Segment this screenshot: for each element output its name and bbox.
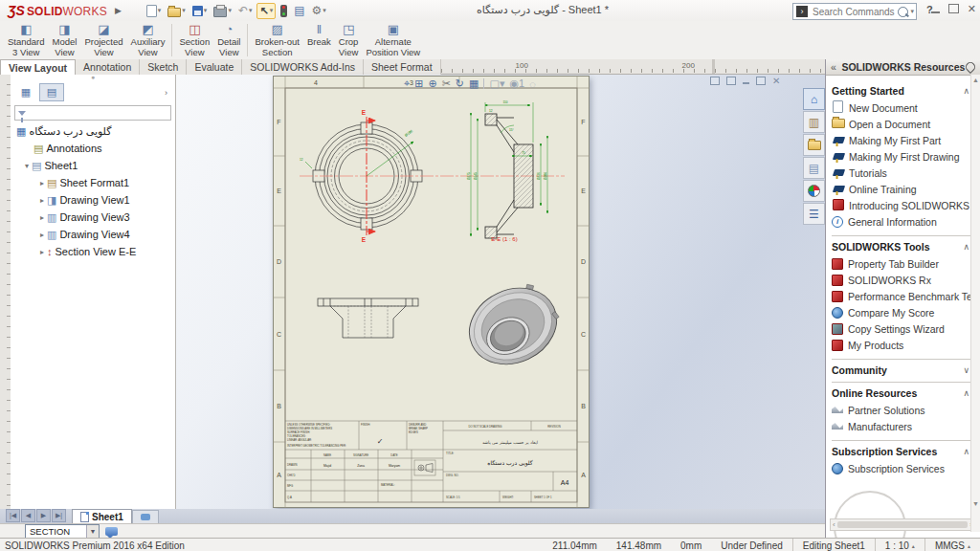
search-dropdown-icon[interactable]: ▾	[910, 8, 914, 15]
tree-filter-box[interactable]	[14, 105, 171, 121]
view-palette-tab[interactable]: ▤	[803, 157, 825, 179]
section-community[interactable]: Community∨	[832, 364, 975, 376]
select-tool-button[interactable]: ↖▾	[256, 3, 276, 19]
design-library-tab[interactable]: ▥	[803, 111, 825, 133]
tree-item-drawing-view3[interactable]: ▸ ▥ Drawing View3	[11, 209, 175, 226]
link-performance-benchmark-test[interactable]: Performance Benchmark Test	[832, 288, 979, 304]
annotation-filter-icon[interactable]: ◉1	[509, 77, 524, 90]
section-solidworks-tools[interactable]: SOLIDWORKS Tools∧	[832, 241, 975, 253]
last-sheet-button[interactable]: ▶|	[52, 509, 66, 522]
tab-sheet-format[interactable]: Sheet Format	[364, 59, 441, 75]
tab-annotation[interactable]: Annotation	[76, 59, 140, 75]
property-manager-tab[interactable]: ▦	[14, 84, 37, 100]
tree-item-drawing-view1[interactable]: ▸ ◨ Drawing View1	[11, 191, 175, 209]
panel-expand-arrow[interactable]: ›	[165, 88, 171, 98]
undo-button[interactable]: ↶▾	[236, 3, 255, 18]
pin-icon[interactable]	[964, 60, 977, 74]
tree-root-item[interactable]: ▦ گلویی درب دستگاه	[11, 122, 175, 140]
sheet1-tab[interactable]: Sheet1	[72, 509, 132, 523]
model-view-button[interactable]: ◨ModelView	[49, 21, 81, 59]
link-making-my-first-part[interactable]: Making My First Part	[832, 132, 979, 148]
tree-item-sheet-format1[interactable]: ▸ ▤ Sheet Format1	[11, 174, 175, 191]
section-view-button[interactable]: ◫SectionView	[175, 21, 213, 59]
close-button[interactable]: ✕	[968, 4, 976, 13]
next-sheet-button[interactable]: ▶	[36, 509, 51, 522]
link-open-a-document[interactable]: Open a Document	[832, 116, 979, 132]
units-dropdown-icon[interactable]: ▴	[968, 542, 970, 549]
child-restore-button[interactable]	[756, 77, 766, 85]
link-subscription-services[interactable]: Subscription Services	[832, 460, 979, 476]
link-solidworks-rx[interactable]: SOLIDWORKS Rx	[832, 272, 979, 288]
section-subscription-services[interactable]: Subscription Services∧	[832, 446, 975, 457]
section-combobox[interactable]: SECTION ▼	[25, 524, 100, 539]
scale-dropdown-icon[interactable]: ▴	[912, 542, 915, 549]
link-compare-my-score[interactable]: Compare My Score	[832, 304, 979, 320]
link-tutorials[interactable]: Tutorials	[832, 165, 979, 181]
minimize-button[interactable]	[931, 11, 940, 13]
file-explorer-tab[interactable]	[803, 134, 825, 156]
search-commands-box[interactable]: › ▾	[792, 3, 917, 20]
link-introducing-solidworks[interactable]: Introducing SOLIDWORKS	[832, 197, 979, 213]
unit-system[interactable]: MMGS▴	[925, 539, 980, 551]
rebuild-button[interactable]	[278, 4, 289, 18]
search-icon[interactable]	[898, 7, 908, 17]
scroll-thumb[interactable]	[837, 521, 969, 528]
section-online-resources[interactable]: Online Resources∧	[832, 387, 975, 399]
detail-view-button[interactable]: ◔DetailView	[213, 21, 244, 59]
link-new-document[interactable]: New Document	[832, 99, 979, 116]
view-settings-icon[interactable]: ▦	[469, 77, 479, 90]
custom-properties-tab[interactable]: ☰	[803, 203, 825, 225]
tree-item-section-view-e-e[interactable]: ▸ ↕ Section View E-E	[11, 243, 175, 260]
sheet-scale[interactable]: 1 : 10▴	[876, 539, 924, 551]
restore-button[interactable]	[948, 4, 959, 13]
child-minimize-button[interactable]	[743, 82, 749, 84]
horizontal-scrollbar[interactable]: ‹›	[830, 518, 975, 531]
tile-icon[interactable]	[726, 77, 736, 85]
tab-evaluate[interactable]: Evaluate	[187, 59, 242, 75]
cascade-icon[interactable]	[710, 77, 720, 85]
alternate-position-view-button[interactable]: ▣AlternatePosition View	[362, 21, 424, 59]
expand-arrow-icon[interactable]: ▸	[37, 179, 47, 187]
home-tab[interactable]: ⌂	[803, 88, 825, 110]
expand-arrow-icon[interactable]: ▸	[37, 231, 47, 239]
section-clip-icon[interactable]: ✂	[442, 77, 451, 90]
rotate-view-icon[interactable]: ↻	[456, 77, 464, 90]
vertical-scrollbar[interactable]: ▲▼	[970, 75, 980, 532]
link-my-products[interactable]: My Products	[832, 337, 979, 353]
zoom-in-out-icon[interactable]: ⊕	[428, 77, 436, 90]
menu-flyout-icon[interactable]: ▶	[115, 6, 122, 15]
first-sheet-button[interactable]: |◀	[6, 509, 20, 522]
expand-arrow-icon[interactable]: ▸	[37, 196, 47, 205]
projected-view-button[interactable]: ◪ProjectedView	[80, 21, 126, 59]
scroll-left-icon[interactable]: ‹	[833, 520, 835, 529]
appearances-tab[interactable]	[803, 180, 825, 202]
scroll-up-icon[interactable]: ▲	[972, 77, 979, 83]
zoom-to-fit-icon[interactable]: ⌖	[404, 77, 410, 90]
add-sheet-tab[interactable]	[132, 510, 159, 523]
auxiliary-view-button[interactable]: ◩AuxiliaryView	[127, 21, 169, 59]
section-getting-started[interactable]: Getting Started∧	[832, 85, 975, 97]
save-button[interactable]: ▾	[190, 5, 210, 17]
broken-out-section-button[interactable]: ▨Broken-outSection	[251, 21, 302, 59]
link-property-tab-builder[interactable]: Property Tab Builder	[832, 255, 979, 272]
tab-solidworks-add-ins[interactable]: SOLIDWORKS Add-Ins	[242, 59, 364, 75]
tree-item-annotations[interactable]: ▤ Annotations	[11, 140, 175, 157]
tree-item-sheet1[interactable]: ▾ ▤ Sheet1	[11, 157, 175, 174]
link-online-training[interactable]: Online Training	[832, 181, 979, 197]
tree-item-drawing-view4[interactable]: ▸ ▥ Drawing View4	[11, 226, 175, 243]
search-input[interactable]	[811, 6, 898, 18]
child-close-button[interactable]: ✕	[772, 77, 780, 85]
tab-sketch[interactable]: Sketch	[140, 59, 187, 75]
expand-arrow-icon[interactable]: ▸	[37, 213, 47, 222]
options-button[interactable]: ⚙▾	[310, 4, 328, 17]
print-button[interactable]: ▾	[212, 3, 234, 18]
search-scope-icon[interactable]: ›	[796, 6, 808, 17]
prev-sheet-button[interactable]: ◀	[21, 509, 35, 522]
combo-dropdown-icon[interactable]: ▼	[86, 525, 99, 538]
sheet-properties-icon[interactable]: ▢▾	[489, 77, 504, 90]
collapse-arrow-icon[interactable]: ▾	[22, 162, 32, 170]
link-copy-settings-wizard[interactable]: Copy Settings Wizard	[832, 320, 979, 337]
expand-arrow-icon[interactable]: ▸	[37, 248, 47, 256]
hide-show-annotations-icon[interactable]: ◌	[529, 78, 536, 90]
zoom-to-area-icon[interactable]: ⊞	[414, 77, 423, 90]
